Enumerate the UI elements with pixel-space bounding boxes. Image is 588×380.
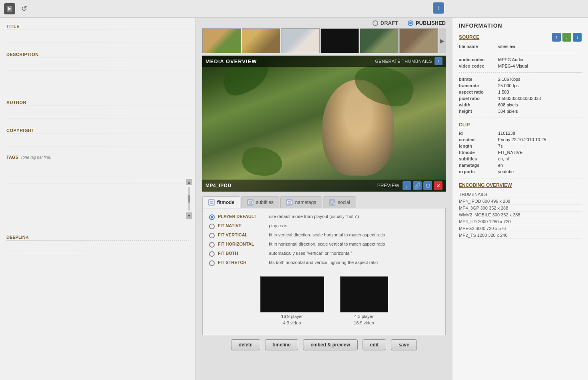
deeplink-input[interactable]	[6, 244, 189, 253]
deeplink-field-section: DEEPLINK	[6, 233, 189, 258]
encoding-item-mp4hd: MP4_HD 2000 1280 x 720	[459, 218, 582, 225]
scroll-down-button[interactable]: ▼	[186, 212, 192, 219]
preview-close-button[interactable]: ✕	[434, 181, 442, 190]
clip-exports-row: exports youtube	[459, 169, 582, 174]
thumbnail-3[interactable]	[281, 28, 320, 53]
undo-button[interactable]: ↺	[18, 3, 30, 14]
fitmode-radio-fit-horizontal[interactable]	[209, 242, 215, 248]
fitmode-tab-icon	[208, 199, 215, 206]
fitmode-radio-fit-native[interactable]	[209, 224, 215, 229]
preview-boxes: 16:9 player 4:3 video 4:3 player 16:9 vi…	[209, 272, 439, 329]
fitmode-name-fit-both[interactable]: FIT BOTH	[218, 251, 266, 256]
published-label: PUBLISHED	[416, 20, 446, 26]
clip-subtitles-row: subtitles en, nl	[459, 156, 582, 161]
clip-length-key: length	[459, 144, 495, 148]
subtitles-tab-icon	[247, 199, 253, 206]
description-input[interactable]	[6, 61, 189, 70]
clip-header[interactable]: CLIP	[459, 122, 582, 128]
preview-43-label-top: 4:3 player	[354, 314, 373, 319]
divider-4	[459, 178, 582, 178]
fitmode-desc-fit-stretch: fits both horizontal and vertical, ignor…	[269, 260, 378, 265]
tab-fitmode[interactable]: fitmode	[202, 196, 240, 208]
title-input[interactable]	[6, 33, 189, 42]
fitmode-name-player-default[interactable]: PLAYER DEFAULT	[218, 214, 266, 219]
clip-id-row: id 1101238	[459, 131, 582, 136]
fitmode-name-fit-stretch[interactable]: FIT STRETCH	[218, 260, 266, 265]
save-button[interactable]: save	[391, 339, 417, 350]
clip-nametags-val: en	[498, 163, 503, 168]
embed-preview-button[interactable]: embed & preview	[303, 339, 358, 350]
tabs-bar: fitmode subtitles nametags social	[196, 194, 452, 208]
encoding-item-wmv2mobile: WMV2_MOBILE 300 352 x 288	[459, 212, 582, 218]
app-icon	[4, 3, 15, 14]
fitmode-radio-fit-both[interactable]	[209, 251, 215, 257]
fitmode-radio-player-default[interactable]	[209, 214, 215, 220]
center-panel: ↑ DRAFT PUBLISHED ▶ MEDIA OVERVIEW	[196, 18, 452, 380]
media-add-button[interactable]: +	[435, 57, 442, 65]
thumbnail-5[interactable]	[360, 28, 399, 53]
clip-fitmode-val: FIT_NATIVE	[498, 150, 523, 155]
tab-subtitles[interactable]: subtitles	[241, 196, 279, 208]
edit-button[interactable]: edit	[363, 339, 386, 350]
source-link-button[interactable]: ↓	[573, 33, 582, 42]
file-name-key: file name	[459, 44, 495, 49]
tags-label: TAGS	[6, 155, 18, 160]
delete-button[interactable]: delete	[231, 339, 260, 350]
author-input[interactable]	[6, 109, 189, 118]
copyright-field-section: COPYRIGHT	[6, 126, 189, 151]
divider-2	[459, 72, 582, 73]
preview-169-label-top: 16:9 player	[281, 314, 303, 319]
fitmode-tab-content: PLAYER DEFAULT use default mode from pla…	[202, 208, 446, 335]
fitmode-name-fit-native[interactable]: FIT NATIVE	[218, 223, 266, 228]
bitrate-row: bitrate 2 186 Kbps	[459, 77, 582, 82]
published-radio[interactable]	[408, 20, 413, 26]
fitmode-row-fit-vertical: FIT VERTICAL fit in vertical direction, …	[209, 232, 439, 238]
source-download-button[interactable]: ↓	[562, 33, 571, 42]
video-codec-val: MPEG-4 Visual	[498, 64, 528, 68]
thumbnail-4[interactable]	[321, 28, 359, 53]
thumbnail-1[interactable]	[202, 28, 241, 53]
draft-radio[interactable]	[373, 20, 378, 26]
encoding-header[interactable]: ENCODING OVERVIEW	[459, 182, 582, 188]
author-field-section: AUTHOR	[6, 98, 189, 123]
scroll-indicator: ▲ ▼	[186, 179, 192, 219]
source-upload-button[interactable]: ↑	[552, 33, 561, 42]
svg-line-13	[333, 202, 333, 203]
fitmode-name-fit-horizontal[interactable]: FIT HORIZONTAL	[218, 242, 266, 246]
tab-social[interactable]: social	[323, 196, 356, 208]
thumbnails-scroll-right[interactable]: ▶	[439, 28, 446, 53]
fitmode-radio-fit-stretch[interactable]	[209, 260, 215, 266]
generate-thumbnails-button[interactable]: GENERATE THUMBNAILS	[375, 59, 432, 64]
copyright-input[interactable]	[6, 137, 189, 146]
video-container[interactable]: MP4_IPOD PREVIEW ↓ 🔗 ⬡ ✕	[202, 56, 446, 192]
fitmode-radio-fit-vertical[interactable]	[209, 233, 215, 238]
fitmode-desc-fit-horizontal: fit in horizontal direction, scale verti…	[269, 242, 385, 246]
encoding-item-mp4ipod: MP4_IPOD 600 496 x 288	[459, 198, 582, 205]
thumbnail-2[interactable]	[242, 28, 281, 53]
preview-actions: ↓ 🔗 ⬡ ✕	[403, 181, 442, 190]
clip-created-key: created	[459, 137, 495, 142]
draft-option[interactable]: DRAFT	[373, 20, 398, 26]
timeline-button[interactable]: timeline	[265, 339, 298, 350]
fitmode-name-fit-vertical[interactable]: FIT VERTICAL	[218, 232, 266, 237]
clip-id-key: id	[459, 131, 495, 136]
thumbnail-6[interactable]	[399, 28, 438, 53]
source-label[interactable]: SOURCE	[459, 34, 479, 40]
published-option[interactable]: PUBLISHED	[408, 20, 446, 26]
title-label: TITLE	[6, 22, 189, 30]
divider-1	[459, 53, 582, 53]
scroll-up-button[interactable]: ▲	[186, 179, 192, 185]
pixel-ratio-val: 1.5833333333333333	[498, 96, 541, 101]
preview-169-player	[260, 276, 324, 312]
nametags-tab-label: nametags	[295, 200, 316, 205]
video-codec-row: video codec MPEG-4 Visual	[459, 64, 582, 68]
audio-codec-val: MPEG Audio	[498, 57, 523, 62]
aspect-ratio-val: 1.583	[498, 90, 509, 94]
tags-input[interactable]	[6, 160, 189, 184]
height-val: 384 pixels	[498, 109, 518, 114]
preview-share-button[interactable]: ⬡	[423, 181, 432, 190]
encoding-item-mp2ts: MP2_TS 1200 320 x 240	[459, 232, 582, 239]
preview-download-button[interactable]: ↓	[403, 181, 411, 190]
tab-nametags[interactable]: nametags	[280, 196, 322, 208]
preview-link-button[interactable]: 🔗	[413, 181, 422, 190]
